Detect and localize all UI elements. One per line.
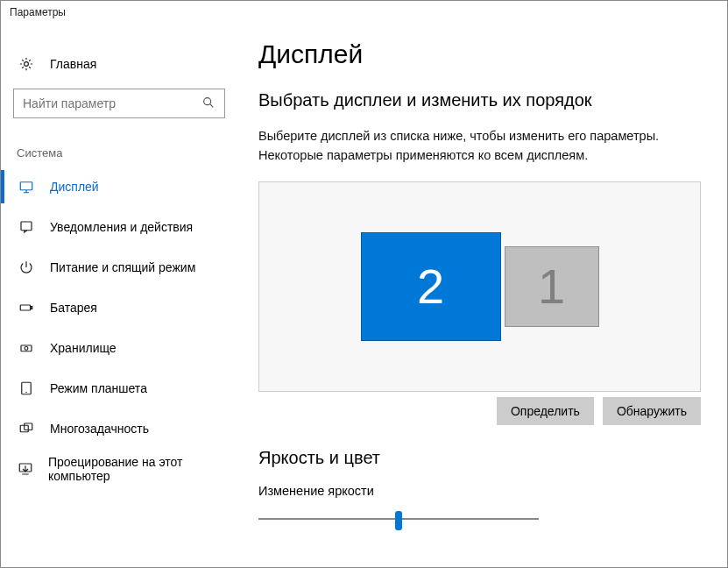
svg-rect-5 <box>31 307 32 309</box>
home-button[interactable]: Главная <box>1 45 237 83</box>
search-icon <box>201 96 217 111</box>
multitask-icon <box>17 419 36 438</box>
svg-rect-2 <box>20 182 32 190</box>
tablet-icon <box>17 379 36 398</box>
search-container <box>1 89 237 127</box>
nav-item-display[interactable]: Дисплей <box>1 167 237 207</box>
detect-button[interactable]: Обнаружить <box>603 397 701 425</box>
svg-rect-4 <box>20 305 30 310</box>
nav-item-tablet-mode[interactable]: Режим планшета <box>1 368 237 408</box>
svg-point-0 <box>25 62 29 67</box>
storage-icon <box>17 338 36 358</box>
nav-item-label: Уведомления и действия <box>50 220 193 234</box>
nav-item-label: Режим планшета <box>50 381 147 395</box>
arrange-buttons: Определить Обнаружить <box>258 397 701 425</box>
identify-button[interactable]: Определить <box>497 397 594 425</box>
nav-item-projecting[interactable]: Проецирование на этот компьютер <box>1 449 237 489</box>
svg-rect-3 <box>21 222 32 231</box>
gear-icon <box>17 54 36 74</box>
display-arrangement-area[interactable]: 2 1 <box>258 181 701 392</box>
window-body: Главная Система <box>1 25 727 567</box>
nav-item-label: Хранилище <box>50 341 117 355</box>
display-icon <box>17 177 36 196</box>
monitor-number: 2 <box>417 258 444 315</box>
monitors-container: 2 1 <box>259 182 700 391</box>
monitor-number: 1 <box>538 258 565 315</box>
monitor-2[interactable]: 2 <box>361 232 501 341</box>
nav-item-label: Питание и спящий режим <box>50 260 195 274</box>
search-field[interactable] <box>13 89 225 118</box>
power-icon <box>17 258 36 277</box>
monitor-1[interactable]: 1 <box>505 246 599 327</box>
nav-item-power[interactable]: Питание и спящий режим <box>1 247 237 288</box>
nav-item-label: Многозадачность <box>50 422 149 436</box>
nav-item-battery[interactable]: Батарея <box>1 288 237 328</box>
battery-icon <box>17 298 36 317</box>
arrange-heading: Выбрать дисплеи и изменить их порядок <box>258 90 701 110</box>
nav-item-label: Батарея <box>50 301 97 315</box>
slider-thumb[interactable] <box>395 511 402 530</box>
home-label: Главная <box>50 57 96 71</box>
svg-point-1 <box>204 98 211 105</box>
section-label: Система <box>1 127 237 167</box>
project-icon <box>17 459 34 479</box>
nav-item-multitasking[interactable]: Многозадачность <box>1 408 237 449</box>
brightness-label: Изменение яркости <box>258 484 701 498</box>
window-title: Параметры <box>1 1 727 25</box>
settings-window: Параметры Главная <box>0 0 728 568</box>
search-input[interactable] <box>23 96 201 110</box>
nav-item-label: Дисплей <box>50 180 99 194</box>
svg-point-7 <box>25 347 28 351</box>
nav-list: Дисплей Уведомления и действия <box>1 167 237 489</box>
page-title: Дисплей <box>258 39 701 69</box>
nav-item-label: Проецирование на этот компьютер <box>48 455 229 483</box>
brightness-slider[interactable] <box>258 508 539 531</box>
arrange-description: Выберите дисплей из списка ниже, чтобы и… <box>258 126 679 166</box>
notifications-icon <box>17 217 36 237</box>
sidebar: Главная Система <box>1 25 237 567</box>
nav-item-storage[interactable]: Хранилище <box>1 328 237 368</box>
nav-item-notifications[interactable]: Уведомления и действия <box>1 207 237 247</box>
brightness-heading: Яркость и цвет <box>258 448 701 468</box>
main-content: Дисплей Выбрать дисплеи и изменить их по… <box>237 25 727 567</box>
